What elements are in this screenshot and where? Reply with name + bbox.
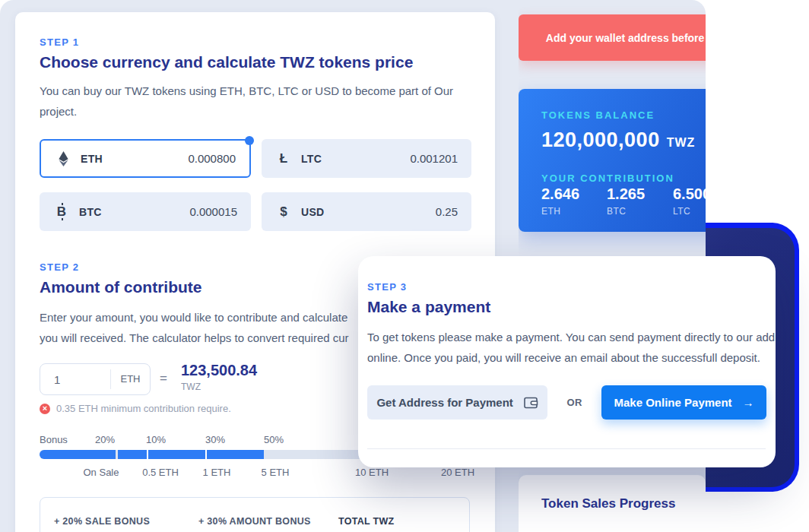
bonus-tick: 10 ETH xyxy=(355,467,389,478)
get-address-button[interactable]: Get Address for Payment xyxy=(367,385,547,420)
conversion-result-unit: TWZ xyxy=(181,382,201,392)
step3-description: To get tokens please make a payment. You… xyxy=(367,327,776,368)
step3-description-line1: To get tokens please make a payment. You… xyxy=(367,327,776,347)
contribution-ltc: 6.500 LTC xyxy=(673,185,706,217)
contribution-value: 1.265 xyxy=(607,185,645,203)
contribution-btc: 1.265 BTC xyxy=(607,185,645,217)
step1-description: You can buy our TWZ tokens using ETH, BT… xyxy=(40,81,465,122)
contribution-currency: LTC xyxy=(673,206,706,217)
get-address-button-label: Get Address for Payment xyxy=(376,396,513,409)
payment-card: STEP 3 Make a payment To get tokens plea… xyxy=(358,256,776,467)
tokens-balance-card: TOKENS BALANCE 120,000,000 TWZ YOUR CONT… xyxy=(519,89,706,232)
step3-title: Make a payment xyxy=(367,298,490,316)
step2-label: STEP 2 xyxy=(40,261,79,273)
wallet-address-alert[interactable]: Add your wallet address before buying xyxy=(519,14,706,61)
amount-currency-label: ETH xyxy=(110,369,150,389)
currency-code: LTC xyxy=(301,153,322,165)
tokens-balance-unit: TWZ xyxy=(667,136,696,150)
total-twz-label: TOTAL TWZ xyxy=(338,516,395,527)
contribution-value: 6.500 xyxy=(673,185,706,203)
btc-icon: B xyxy=(53,204,70,220)
bonus-tick: On Sale xyxy=(84,467,119,478)
bonus-percent: 30% xyxy=(205,434,225,445)
amount-input-box: ETH xyxy=(40,363,151,395)
your-contribution-label: YOUR CONTRIBUTION xyxy=(541,173,674,184)
currency-rate: 0.001201 xyxy=(410,152,458,165)
error-icon: × xyxy=(40,404,50,414)
currency-code: BTC xyxy=(79,206,102,218)
make-online-payment-label: Make Online Payment xyxy=(614,396,732,409)
currency-code: ETH xyxy=(81,153,103,165)
currency-tile-usd[interactable]: $ USD 0.25 xyxy=(262,192,471,231)
bonus-label: Bonus xyxy=(40,434,68,445)
currency-tile-ltc[interactable]: Ł LTC 0.001201 xyxy=(262,139,471,178)
sale-bonus-label: + 20% SALE BONUS xyxy=(54,516,150,527)
step3-description-line2: online. Once you paid, you will receive … xyxy=(367,347,776,368)
bonus-percent: 20% xyxy=(95,434,115,445)
bonus-percent: 50% xyxy=(264,434,284,445)
token-sales-progress-title: Token Sales Progress xyxy=(541,496,675,511)
step3-label: STEP 3 xyxy=(367,281,407,293)
bonus-summary-box: + 20% SALE BONUS + 30% AMOUNT BONUS TOTA… xyxy=(40,497,470,532)
bonus-bar-divider xyxy=(147,450,148,459)
bonus-percent: 10% xyxy=(146,434,166,445)
conversion-result-value: 123,500.84 xyxy=(181,362,257,379)
bonus-bar-fill-segment xyxy=(118,450,264,459)
bonus-tick: 1 ETH xyxy=(203,467,231,478)
token-sales-progress-card: Token Sales Progress xyxy=(519,475,706,532)
arrow-right-icon: → xyxy=(743,396,754,409)
contribution-currency: BTC xyxy=(607,206,645,217)
eth-icon xyxy=(55,151,71,166)
contribution-currency: ETH xyxy=(541,206,579,217)
step2-description-line2: you will received. The calculator helps … xyxy=(40,328,349,348)
minimum-contribution-error: × 0.35 ETH minimum contribution require. xyxy=(40,403,231,414)
ltc-icon: Ł xyxy=(275,151,292,166)
contribution-eth: 2.646 ETH xyxy=(541,185,579,217)
currency-tile-btc[interactable]: B BTC 0.000015 xyxy=(40,192,251,231)
step2-description: Enter your amount, you would like to con… xyxy=(40,307,349,348)
amount-input[interactable] xyxy=(40,373,110,386)
bonus-tick: 0.5 ETH xyxy=(142,467,179,478)
tokens-balance-label: TOKENS BALANCE xyxy=(541,109,655,121)
alert-text: Add your wallet address before buying xyxy=(546,32,706,44)
bonus-tick: 5 ETH xyxy=(262,467,290,478)
amount-bonus-label: + 30% AMOUNT BONUS xyxy=(198,516,311,527)
selected-dot xyxy=(245,136,254,145)
equals-sign: = xyxy=(160,371,167,386)
usd-icon: $ xyxy=(275,204,292,220)
tokens-balance-value: 120,000,000 xyxy=(541,128,660,152)
currency-code: USD xyxy=(301,206,324,218)
step1-title: Choose currency and calculate TWZ tokens… xyxy=(40,53,413,71)
error-text: 0.35 ETH minimum contribution require. xyxy=(56,403,231,414)
bonus-tick: 20 ETH xyxy=(441,467,474,478)
or-separator: OR xyxy=(547,397,601,408)
step3-divider xyxy=(367,448,766,449)
payment-buttons-row: Get Address for Payment OR Make Online P… xyxy=(367,385,766,420)
step2-title: Amount of contribute xyxy=(40,278,201,296)
currency-tile-eth[interactable]: ETH 0.000800 xyxy=(40,139,251,178)
contribution-value: 2.646 xyxy=(541,185,579,203)
make-online-payment-button[interactable]: Make Online Payment → xyxy=(601,385,766,420)
step1-label: STEP 1 xyxy=(40,36,79,48)
wallet-icon xyxy=(524,397,538,409)
currency-rate: 0.000015 xyxy=(189,205,237,218)
tokens-balance-value-row: 120,000,000 TWZ xyxy=(541,128,695,152)
page: STEP 1 Choose currency and calculate TWZ… xyxy=(0,0,809,532)
bonus-bar-fill-segment xyxy=(40,450,116,459)
currency-rate: 0.000800 xyxy=(188,152,236,165)
step2-description-line1: Enter your amount, you would like to con… xyxy=(40,307,349,328)
currency-rate: 0.25 xyxy=(436,205,458,218)
bonus-bar-divider xyxy=(205,450,207,459)
